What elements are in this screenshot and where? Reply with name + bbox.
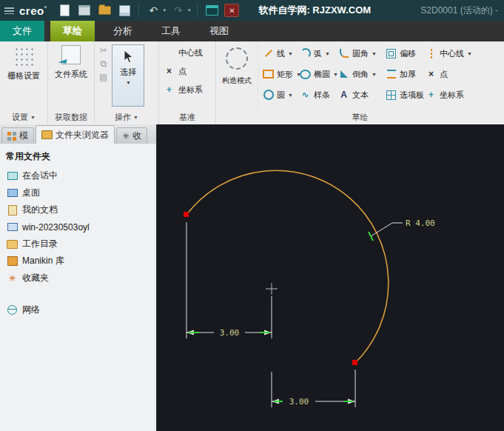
- save-button[interactable]: [117, 3, 132, 18]
- redo-icon: ↷: [174, 5, 183, 16]
- fillet-button[interactable]: 圆角▼: [338, 48, 386, 59]
- radius-dimension-text[interactable]: R 4.00: [406, 218, 435, 228]
- chevron-down-icon: ▼: [288, 51, 293, 56]
- datum-point-button[interactable]: × 点: [164, 64, 203, 78]
- point-button[interactable]: ×点: [426, 69, 480, 80]
- operations-group-label[interactable]: 操作▼: [95, 110, 158, 124]
- rectangle-button[interactable]: 矩形▼: [263, 69, 300, 80]
- construction-label: 构造模式: [222, 76, 252, 86]
- bottom-dimension-text[interactable]: 3.00: [289, 397, 309, 407]
- file-system-label: 文件系统: [55, 69, 87, 80]
- centerline-button[interactable]: 中心线▼: [426, 48, 480, 59]
- sidebar-item-computer[interactable]: win-20230503oyl: [0, 218, 156, 235]
- ellipse-button[interactable]: 椭圆▼: [300, 69, 338, 80]
- window-icon: [206, 5, 218, 16]
- cursor-icon: [122, 50, 134, 64]
- redo-dropdown[interactable]: ▾: [188, 7, 191, 13]
- app-menu-icon[interactable]: [4, 7, 14, 14]
- group-operations: ✂ ⧉ ▤ 选择 ▼ 操作▼: [95, 41, 159, 124]
- tab-model-tree[interactable]: 模: [1, 127, 34, 144]
- open-folder-icon: [98, 6, 111, 15]
- sidebar-item-desktop[interactable]: 桌面: [0, 184, 156, 201]
- window-button[interactable]: [204, 3, 219, 18]
- group-datum: 中心线 × 点 + 坐标系 基准: [159, 41, 216, 124]
- width-dimension-text[interactable]: 3.00: [220, 328, 240, 338]
- palette-button[interactable]: 选项板: [386, 90, 426, 101]
- save-icon: [119, 5, 130, 16]
- tab-folder-browser[interactable]: 文件夹浏览器: [36, 125, 115, 144]
- undo-dropdown[interactable]: ▾: [163, 7, 166, 13]
- tab-favorites[interactable]: ✳ 收: [116, 127, 147, 144]
- datum-csys-button[interactable]: + 坐标系: [164, 83, 203, 96]
- arc-endpoint-top-left[interactable]: [184, 212, 189, 217]
- documents-icon: [7, 204, 18, 216]
- model-tree-icon: [7, 132, 16, 141]
- title-bar: creo° ↶ ▾ ↷ ▾ ✕ 软件自学网: RJZXW.COM S2D0001…: [0, 0, 504, 21]
- spline-button[interactable]: ∿样条: [300, 90, 338, 101]
- chamfer-button[interactable]: 倒角▼: [338, 69, 386, 80]
- tab-view[interactable]: 视图: [197, 21, 241, 41]
- printer-icon: [78, 5, 90, 16]
- copy-icon[interactable]: ⧉: [100, 59, 107, 68]
- sidebar-item-my-documents[interactable]: 我的文档: [0, 201, 156, 218]
- point-icon: ×: [426, 69, 437, 80]
- ribbon: 栅格设置 设置▼ 文件系统 获取数据 ✂ ⧉ ▤: [0, 41, 504, 125]
- paste-icon[interactable]: ▤: [99, 73, 107, 81]
- sketch-tools-grid: 线▼ 弧▼ 圆角▼ 偏移 中心线▼ 矩形▼ 椭圆▼ 倒角▼ 加厚 ×点 圆▼ ∿…: [258, 41, 480, 110]
- arc-button[interactable]: 弧▼: [300, 48, 338, 59]
- arc-endpoint-bottom-right[interactable]: [352, 360, 357, 365]
- fillet-icon: [338, 48, 349, 59]
- sidebar-item-network[interactable]: 网络: [0, 301, 156, 318]
- csys-button[interactable]: +坐标系: [426, 90, 480, 101]
- sidebar-item-working-directory[interactable]: 工作目录: [0, 235, 156, 253]
- get-data-group-label: 获取数据: [48, 110, 94, 124]
- new-file-icon: [60, 4, 70, 16]
- new-file-button[interactable]: [57, 3, 72, 18]
- chevron-down-icon: ▼: [126, 80, 131, 85]
- undo-button[interactable]: ↶: [146, 3, 161, 18]
- print-button[interactable]: [77, 3, 92, 18]
- datum-centerline-button[interactable]: 中心线: [164, 46, 203, 59]
- chevron-down-icon: ▼: [30, 115, 36, 120]
- tab-analysis[interactable]: 分析: [101, 21, 145, 41]
- tab-sketch[interactable]: 草绘: [50, 21, 95, 41]
- grid-settings-button[interactable]: 栅格设置: [7, 41, 40, 110]
- tab-file[interactable]: 文件: [0, 21, 44, 41]
- bottom-dimension[interactable]: 3.00: [272, 370, 355, 407]
- file-system-button[interactable]: 文件系统: [55, 41, 87, 110]
- construction-mode-button[interactable]: 构造模式: [216, 41, 258, 110]
- arc-center-marker[interactable]: [266, 283, 278, 295]
- common-folders-header: 常用文件夹: [0, 144, 156, 167]
- open-button[interactable]: [97, 3, 112, 18]
- sidebar-item-favorites[interactable]: ✳ 收藏夹: [0, 270, 156, 287]
- line-icon: [263, 48, 274, 59]
- select-button[interactable]: 选择 ▼: [112, 44, 144, 107]
- sketch-canvas[interactable]: R 4.00 3.00 3.00: [157, 124, 504, 431]
- datum-group-label: 基准: [159, 110, 215, 124]
- line-button[interactable]: 线▼: [263, 48, 300, 59]
- chevron-down-icon: ▼: [333, 72, 338, 77]
- redo-button[interactable]: ↷: [171, 3, 186, 18]
- width-dimension[interactable]: 3.00: [187, 222, 272, 338]
- coordinate-system-icon: +: [426, 90, 437, 101]
- ribbon-tab-bar: 文件 草绘 分析 工具 视图: [0, 21, 504, 41]
- text-button[interactable]: A文本: [338, 90, 386, 101]
- tab-tools[interactable]: 工具: [149, 21, 193, 41]
- close-window-button[interactable]: ✕: [224, 3, 239, 18]
- settings-group-label[interactable]: 设置▼: [0, 110, 47, 124]
- offset-button[interactable]: 偏移: [386, 48, 426, 59]
- chamfer-icon: [338, 69, 349, 80]
- sketch-arc[interactable]: [187, 170, 389, 363]
- coordinate-system-icon: +: [164, 84, 175, 96]
- sidebar-item-in-session[interactable]: 在会话中: [0, 167, 156, 184]
- spline-icon: ∿: [300, 90, 311, 101]
- text-icon: A: [338, 90, 349, 101]
- rectangle-icon: [263, 69, 274, 80]
- thicken-button[interactable]: 加厚: [386, 69, 426, 80]
- cut-icon[interactable]: ✂: [100, 46, 107, 55]
- chevron-down-icon: ▼: [288, 93, 293, 98]
- sidebar-item-manikin-library[interactable]: Manikin 库: [0, 253, 156, 270]
- window-title: 软件自学网: RJZXW.COM: [258, 4, 371, 17]
- circle-button[interactable]: 圆▼: [263, 90, 300, 101]
- point-icon: ×: [164, 66, 175, 77]
